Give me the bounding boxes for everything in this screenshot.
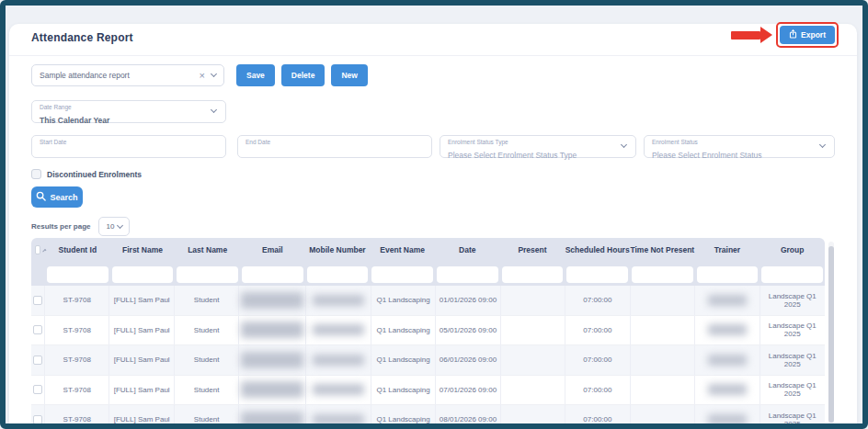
new-button[interactable]: New [331,64,367,86]
table-header-row: Student IdFirst NameLast NameEmailMobile… [31,238,825,262]
cell-student-id: ST-9708 [45,286,109,315]
filter-input-email[interactable] [242,266,303,283]
search-icon [36,191,46,203]
row-checkbox-cell [31,345,45,375]
column-header-date[interactable]: Date [435,245,500,254]
clear-icon[interactable]: × [200,70,205,81]
date-range-value: This Calendar Year [40,116,109,125]
cell-last-name: Student [175,316,239,345]
redacted-value [313,324,364,335]
select-all-checkbox[interactable] [35,245,40,254]
saved-report-select[interactable]: Sample attendance report × [31,64,224,86]
cell-present [501,286,565,315]
cell-time-not-present [631,316,695,345]
redacted-value [313,384,364,395]
redacted-value [241,381,303,398]
cell-scheduled-hours: 07:00:00 [565,376,630,405]
attendance-report-card: Attendance Report Export [9,24,857,429]
cell-trainer [695,405,760,429]
filter-input-last-name[interactable] [177,266,238,283]
enrolment-status-placeholder: Please Select Enrolment Status [652,151,762,160]
filter-cell [110,265,176,284]
cell-scheduled-hours: 07:00:00 [565,405,630,429]
save-button[interactable]: Save [236,64,275,86]
cell-time-not-present [631,376,695,405]
redacted-value [241,352,303,368]
column-header-student-id[interactable]: Student Id [45,245,110,254]
enrolment-status-type-label: Enrolment Status Type [448,139,628,145]
filter-input-student-id[interactable] [47,266,108,283]
column-header-event-name[interactable]: Event Name [370,245,435,254]
filter-input-event-name[interactable] [371,266,433,283]
cell-group: Landscape Q1 2025 [760,286,825,315]
cell-student-id: ST-9708 [45,405,109,429]
column-header-mobile-number[interactable]: Mobile Number [305,245,371,254]
row-checkbox-cell [31,316,45,345]
row-checkbox[interactable] [33,415,42,424]
cell-mobile-number [306,405,371,429]
cell-mobile-number [306,286,371,315]
filter-input-scheduled-hours[interactable] [566,266,628,283]
cell-email [239,286,306,315]
filter-input-present[interactable] [502,266,564,283]
export-button[interactable]: Export [780,26,835,44]
start-date-input[interactable]: Start Date [31,135,226,158]
delete-button[interactable]: Delete [281,64,326,86]
column-header-first-name[interactable]: First Name [110,245,176,254]
cell-time-not-present [631,345,695,375]
row-checkbox[interactable] [33,385,42,394]
results-per-page-select[interactable]: 10 [98,217,130,236]
column-header-last-name[interactable]: Last Name [175,245,240,254]
cell-event-name: Q1 Landscaping [371,345,436,375]
filter-input-time-not-present[interactable] [632,266,693,283]
column-header-group[interactable]: Group [760,245,825,254]
enrolment-status-select[interactable]: Enrolment Status Please Select Enrolment… [644,135,835,158]
table-scrollbar-thumb[interactable] [828,246,834,423]
end-date-input[interactable]: End Date [237,135,432,158]
discontinued-enrolments-checkbox[interactable] [31,169,41,179]
table-row: ST-9708[FULL] Sam PaulStudentQ1 Landscap… [31,376,825,406]
filter-cell [500,265,565,284]
cell-mobile-number [306,316,371,345]
cell-time-not-present [631,286,695,315]
cell-event-name: Q1 Landscaping [371,286,436,315]
column-header-time-not-present[interactable]: Time Not Present [630,245,695,254]
chevron-down-icon[interactable] [211,71,217,77]
cell-trainer [695,316,760,345]
results-per-page-bar: Results per page 10 [31,217,835,236]
cell-first-name: [FULL] Sam Paul [109,286,174,315]
cell-last-name: Student [175,405,239,429]
filter-input-date[interactable] [437,266,498,283]
attendance-report-page: { "header": { "title": "Attendance Repor… [0,0,868,429]
row-checkbox[interactable] [33,296,42,305]
cell-email [239,376,306,405]
export-annotation: Export [731,22,839,48]
cell-email [239,405,306,429]
table-row: ST-9708[FULL] Sam PaulStudentQ1 Landscap… [31,345,825,376]
search-button[interactable]: Search [31,186,83,208]
cell-trainer [695,345,760,375]
filter-cell [240,265,305,284]
date-range-select[interactable]: Date Range This Calendar Year [31,100,226,123]
cell-student-id: ST-9708 [45,376,109,405]
export-upload-icon [789,29,797,40]
redacted-value [708,414,747,425]
column-header-trainer[interactable]: Trainer [695,245,760,254]
red-highlight-box: Export [776,22,839,48]
column-header-scheduled-hours[interactable]: Scheduled Hours [565,245,630,254]
column-header-present[interactable]: Present [500,245,565,254]
row-checkbox[interactable] [33,325,42,334]
filter-input-first-name[interactable] [112,266,174,283]
row-checkbox[interactable] [33,356,42,365]
filter-input-group[interactable] [761,266,823,283]
column-header-email[interactable]: Email [240,245,305,254]
table-body: ST-9708[FULL] Sam PaulStudentQ1 Landscap… [31,286,825,429]
filter-input-trainer[interactable] [697,266,759,283]
filter-cell [175,265,240,284]
table-scrollbar-track[interactable] [828,242,834,429]
cell-first-name: [FULL] Sam Paul [109,316,174,345]
table-row: ST-9708[FULL] Sam PaulStudentQ1 Landscap… [31,286,825,316]
cell-group: Landscape Q1 2025 [760,316,825,345]
filter-input-mobile-number[interactable] [307,266,369,283]
enrolment-status-type-select[interactable]: Enrolment Status Type Please Select Enro… [440,135,636,158]
